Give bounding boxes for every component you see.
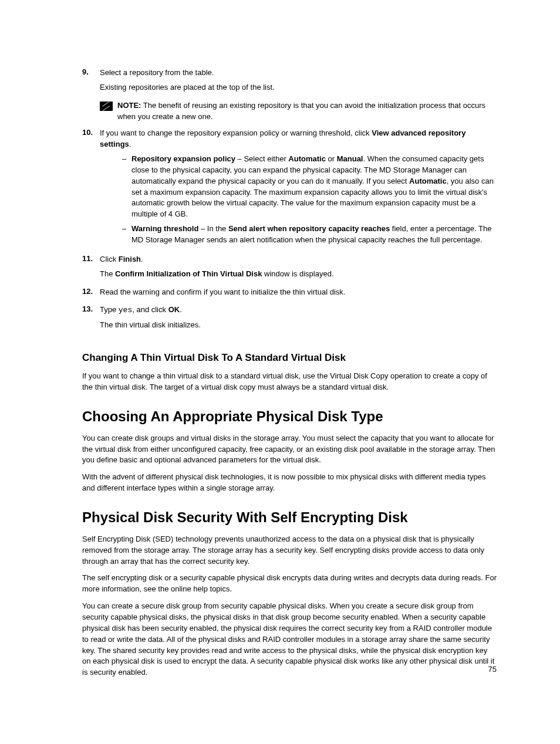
document-page: 9. Select a repository from the table. E… (0, 0, 560, 744)
paragraph: The self encrypting disk or a security c… (82, 573, 497, 595)
paragraph: Self Encrypting Disk (SED) technology pr… (82, 534, 497, 567)
sub-body: Warning threshold – In the Send alert wh… (131, 224, 497, 246)
step-text: Click Finish. (100, 254, 497, 265)
note-body: The benefit of reusing an existing repos… (117, 101, 485, 121)
sub-list: – Repository expansion policy – Select e… (122, 154, 497, 246)
step-text: Type yes, and click OK. (100, 305, 497, 316)
step-text: If you want to change the repository exp… (100, 128, 497, 150)
step-body: Type yes, and click OK. The thin virtual… (100, 305, 497, 334)
note-label: NOTE: (117, 101, 141, 110)
heading-changing-thin-vd: Changing A Thin Virtual Disk To A Standa… (82, 352, 497, 364)
step-number: 11. (82, 254, 100, 283)
note-text: NOTE: The benefit of reusing an existing… (117, 100, 497, 123)
step-body: If you want to change the repository exp… (100, 128, 497, 250)
heading-choosing-disk-type: Choosing An Appropriate Physical Disk Ty… (82, 408, 497, 425)
paragraph: You can create disk groups and virtual d… (82, 433, 497, 466)
step-number: 10. (82, 128, 100, 250)
note-icon (100, 102, 113, 111)
step-text: The thin virtual disk initializes. (100, 320, 497, 331)
step-number: 9. (82, 67, 100, 97)
dash-icon: – (122, 154, 131, 220)
step-11: 11. Click Finish. The Confirm Initializa… (82, 254, 497, 283)
step-body: Read the warning and confirm if you want… (100, 287, 497, 302)
note-block: NOTE: The benefit of reusing an existing… (100, 100, 497, 123)
step-text: Existing repositories are placed at the … (100, 82, 497, 93)
step-text: The Confirm Initialization of Thin Virtu… (100, 269, 497, 280)
step-body: Select a repository from the table. Exis… (100, 67, 497, 97)
step-text: Select a repository from the table. (100, 67, 497, 79)
sub-item: – Repository expansion policy – Select e… (122, 154, 497, 220)
heading-disk-security-sed: Physical Disk Security With Self Encrypt… (82, 509, 497, 526)
sub-item: – Warning threshold – In the Send alert … (122, 224, 497, 246)
step-12: 12. Read the warning and confirm if you … (82, 287, 497, 302)
step-10: 10. If you want to change the repository… (82, 128, 497, 250)
paragraph: With the advent of different physical di… (82, 472, 497, 494)
step-13: 13. Type yes, and click OK. The thin vir… (82, 305, 497, 334)
page-number: 75 (488, 665, 497, 674)
step-9: 9. Select a repository from the table. E… (82, 67, 497, 97)
step-text: Read the warning and confirm if you want… (100, 287, 497, 298)
sub-body: Repository expansion policy – Select eit… (131, 154, 497, 220)
dash-icon: – (122, 224, 131, 246)
paragraph: If you want to change a thin virtual dis… (82, 371, 497, 393)
step-body: Click Finish. The Confirm Initialization… (100, 254, 497, 283)
paragraph: You can create a secure disk group from … (82, 601, 497, 678)
step-number: 12. (82, 287, 100, 302)
step-number: 13. (82, 305, 100, 334)
